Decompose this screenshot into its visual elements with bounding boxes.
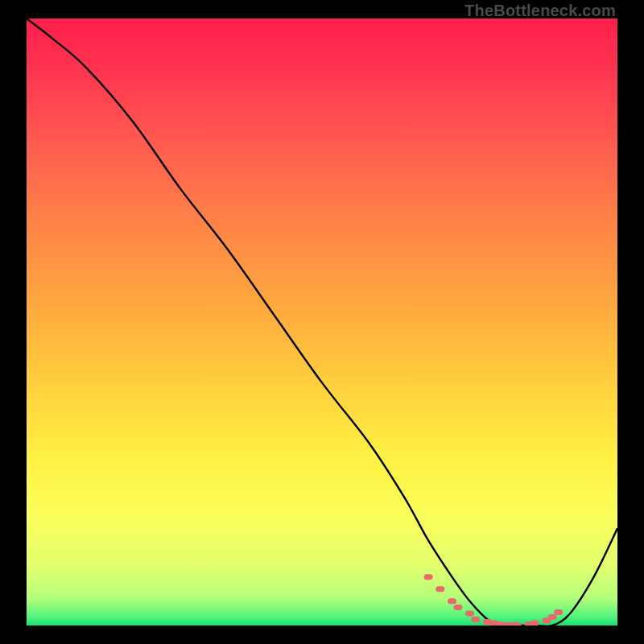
optimal-marker bbox=[465, 610, 474, 616]
optimal-marker bbox=[513, 622, 522, 625]
chart-plot-area bbox=[27, 19, 617, 625]
chart-background-gradient bbox=[27, 19, 617, 625]
optimal-marker bbox=[424, 574, 433, 580]
chart-svg bbox=[27, 19, 617, 625]
optimal-marker bbox=[530, 620, 539, 625]
optimal-marker bbox=[471, 617, 480, 622]
watermark-text: TheBottleneck.com bbox=[464, 2, 616, 20]
optimal-marker bbox=[453, 605, 462, 610]
optimal-marker bbox=[548, 614, 557, 620]
optimal-marker bbox=[436, 586, 444, 592]
optimal-marker bbox=[554, 609, 563, 615]
chart-outer-frame: TheBottleneck.com bbox=[0, 0, 644, 644]
optimal-marker bbox=[448, 598, 456, 604]
